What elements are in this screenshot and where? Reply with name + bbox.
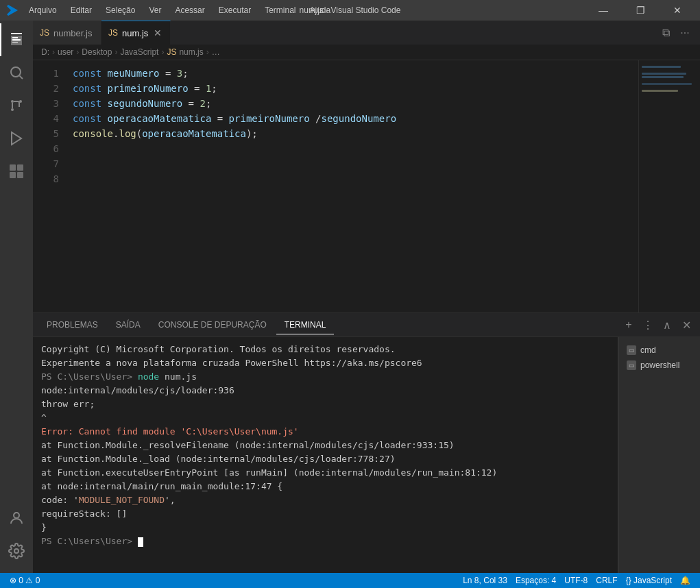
activity-bar <box>0 21 33 573</box>
code-content[interactable]: const meuNumero = 3; const primeiroNumer… <box>67 60 638 313</box>
terminal-output[interactable]: Copyright (C) Microsoft Corporation. Tod… <box>33 337 618 573</box>
status-lang-text: {} JavaScript <box>626 576 672 585</box>
minimap <box>638 60 700 313</box>
activity-extensions[interactable] <box>0 155 33 188</box>
tab-num-js-icon: JS <box>108 28 118 38</box>
breadcrumb-part-filename[interactable]: num.js <box>179 47 203 57</box>
activity-source-control[interactable] <box>0 89 33 122</box>
status-encoding-text: UTF-8 <box>564 576 588 585</box>
status-eol-text: CRLF <box>596 576 617 585</box>
menu-item-editar[interactable]: Editar <box>65 4 97 16</box>
menu-item-terminal[interactable]: Terminal <box>259 4 301 16</box>
terminal-cmd-icon: ▭ <box>627 345 636 355</box>
split-terminal-button[interactable]: ⋮ <box>640 317 656 333</box>
code-line-6: const operacaoMatematica = primeiroNumer… <box>67 111 638 126</box>
activity-search[interactable] <box>0 56 33 89</box>
line-numbers: 1 2 3 4 5 6 7 8 <box>33 60 67 313</box>
tab-num-js[interactable]: JS num.js ✕ <box>101 21 171 45</box>
code-line-1: const meuNumero = 3; <box>67 66 638 81</box>
panel-tab-console[interactable]: CONSOLE DE DEPURAÇÃO <box>150 316 275 334</box>
status-encoding[interactable]: UTF-8 <box>560 576 592 585</box>
status-errors-text: ⊗ 0 ⚠ 0 <box>10 576 40 585</box>
close-button[interactable]: ✕ <box>662 0 693 21</box>
menu-item-acessar[interactable]: Acessar <box>169 4 210 16</box>
status-lang[interactable]: {} JavaScript <box>622 576 676 585</box>
terminal-line-code: code: 'MODULE_NOT_FOUND', <box>41 493 610 507</box>
breadcrumb-part-javascript[interactable]: JavaScript <box>120 47 158 57</box>
tab-num-js-close[interactable]: ✕ <box>152 27 163 38</box>
terminal-line-trace4: at node:internal/main/run_main_module:17… <box>41 480 610 493</box>
terminal-line-loader: node:internal/modules/cjs/loader:936 <box>41 384 610 397</box>
tab-number-js[interactable]: JS number.js <box>33 21 101 45</box>
code-line-4: const segundoNumero = 2; <box>67 96 638 111</box>
tab-number-js-icon: JS <box>40 28 49 38</box>
panel-tab-terminal[interactable]: TERMINAL <box>276 316 335 334</box>
terminal-line-cmd1: PS C:\Users\User> node num.js <box>41 370 610 384</box>
terminal-line-trace3: at Function.executeUserEntryPoint [as ru… <box>41 466 610 480</box>
activity-run[interactable] <box>0 122 33 155</box>
code-line-8: console.log(operacaoMatematica); <box>67 126 638 141</box>
activity-settings[interactable] <box>0 535 33 567</box>
status-feedback[interactable]: 🔔 <box>676 576 695 585</box>
status-line-col[interactable]: Ln 8, Col 33 <box>459 576 511 585</box>
status-spaces-text: Espaços: 4 <box>516 576 556 585</box>
svg-rect-9 <box>10 164 16 171</box>
code-editor[interactable]: 1 2 3 4 5 6 7 8 const meuNumero = 3; con… <box>33 60 700 313</box>
title-bar-menus: ArquivoEditarSeleçãoVerAcessarExecutarTe… <box>23 4 336 16</box>
breadcrumb-part-d[interactable]: D: <box>41 47 49 57</box>
panel-tab-saida[interactable]: SAÍDA <box>108 316 149 334</box>
status-line-col-text: Ln 8, Col 33 <box>463 576 507 585</box>
activity-bar-bottom <box>0 502 33 573</box>
svg-point-6 <box>11 108 14 111</box>
menu-item-ver[interactable]: Ver <box>143 4 167 16</box>
minimap-content <box>639 60 700 99</box>
svg-rect-11 <box>10 172 16 178</box>
breadcrumb-part-ellipsis[interactable]: … <box>212 47 220 57</box>
panel: PROBLEMAS SAÍDA CONSOLE DE DEPURAÇÃO TER… <box>33 313 700 573</box>
status-spaces[interactable]: Espaços: 4 <box>511 576 560 585</box>
terminal-line-brace: } <box>41 521 610 535</box>
status-eol[interactable]: CRLF <box>592 576 621 585</box>
svg-rect-10 <box>17 164 23 171</box>
menu-item-arquivo[interactable]: Arquivo <box>23 4 62 16</box>
status-errors[interactable]: ⊗ 0 ⚠ 0 <box>5 576 44 585</box>
activity-account[interactable] <box>0 502 33 535</box>
more-actions-button[interactable]: ··· <box>675 23 695 42</box>
svg-marker-8 <box>12 132 21 145</box>
maximize-button[interactable]: ❐ <box>625 0 656 21</box>
svg-line-3 <box>20 76 23 79</box>
status-bar: ⊗ 0 ⚠ 0 Ln 8, Col 33 Espaços: 4 UTF-8 CR… <box>0 573 700 588</box>
activity-explorer[interactable] <box>0 23 33 56</box>
terminal-line-trace1: at Function.Module._resolveFilename (nod… <box>41 439 610 452</box>
breadcrumb-part-desktop[interactable]: Desktop <box>82 47 112 57</box>
terminal-sidebar: ▭ cmd ▭ powershell <box>618 337 700 573</box>
status-right: Ln 8, Col 33 Espaços: 4 UTF-8 CRLF {} Ja… <box>459 576 695 585</box>
breadcrumb-part-js-icon: JS <box>167 47 176 57</box>
terminal-powershell-icon: ▭ <box>627 360 636 370</box>
new-terminal-button[interactable]: + <box>620 317 637 333</box>
title-bar-left: ArquivoEditarSeleçãoVerAcessarExecutarTe… <box>7 4 336 16</box>
svg-point-4 <box>11 100 14 103</box>
menu-item-executar[interactable]: Executar <box>213 4 256 16</box>
menu-item-seleção[interactable]: Seleção <box>100 4 141 16</box>
maximize-panel-button[interactable]: ∧ <box>659 317 675 333</box>
terminal-instance-powershell[interactable]: ▭ powershell <box>621 358 697 373</box>
svg-rect-12 <box>17 172 23 178</box>
terminal-line-prompt: PS C:\Users\User> <box>41 535 610 548</box>
terminal-line-powershell: Experimente a nova plataforma cruzada Po… <box>41 356 610 370</box>
close-panel-button[interactable]: ✕ <box>678 317 695 333</box>
terminal-line-throw: throw err; <box>41 397 610 411</box>
terminal-line-copyright: Copyright (C) Microsoft Corporation. Tod… <box>41 343 610 356</box>
panel-tabs: PROBLEMAS SAÍDA CONSOLE DE DEPURAÇÃO TER… <box>33 313 700 337</box>
panel-tab-problemas[interactable]: PROBLEMAS <box>38 316 106 334</box>
minimize-button[interactable]: — <box>588 0 619 21</box>
svg-point-13 <box>14 513 19 518</box>
breadcrumb-part-user[interactable]: user <box>58 47 73 57</box>
terminal-line-error: Error: Cannot find module 'C:\Users\User… <box>41 425 610 439</box>
svg-point-2 <box>11 67 21 77</box>
terminal-line-caret: ^ <box>41 411 610 425</box>
split-editor-button[interactable]: ⧉ <box>656 23 675 42</box>
terminal-line-require: requireStack: [] <box>41 507 610 521</box>
status-feedback-icon: 🔔 <box>680 576 690 585</box>
terminal-instance-cmd[interactable]: ▭ cmd <box>621 343 697 358</box>
